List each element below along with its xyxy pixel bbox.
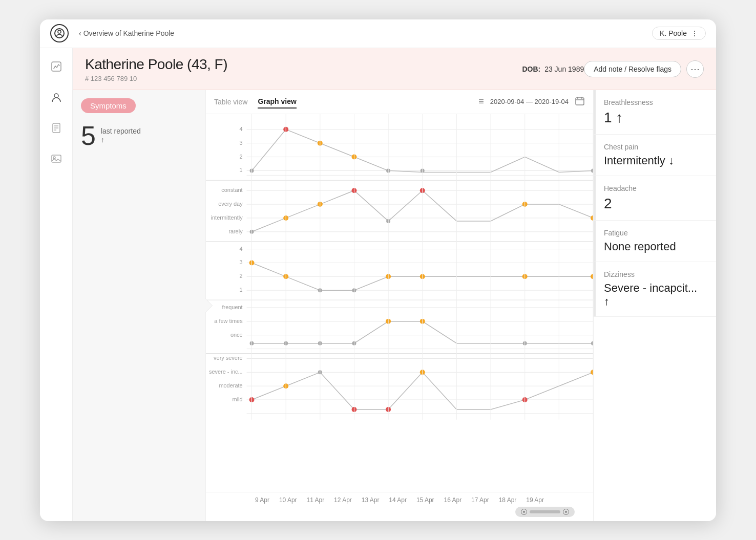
svg-text:moderate: moderate <box>219 382 242 388</box>
sidebar-person-icon[interactable] <box>46 87 67 107</box>
svg-text:4: 4 <box>240 125 243 132</box>
right-panel-chest-pain: Chest pain Intermitently ↓ <box>594 135 716 176</box>
fatigue-value: None reported <box>604 240 706 253</box>
headache-value: 2 <box>604 196 706 212</box>
svg-text:3: 3 <box>240 259 243 265</box>
main-layout: Katherine Poole (43, F) # 123 456 789 10… <box>40 48 716 521</box>
svg-text:very severe: very severe <box>214 355 243 361</box>
x-axis-label: 12 Apr <box>334 496 352 504</box>
right-panel-breathlessness: Breathlessness 1 ↑ <box>594 90 716 135</box>
dizziness-label: Dizziness <box>604 270 706 278</box>
chart-toolbar: Table view Graph view ≡ 2020-09-04 — 202… <box>206 90 593 114</box>
chest-pain-value: Intermitently ↓ <box>604 154 706 167</box>
symptoms-count-label: last reported <box>101 127 141 135</box>
svg-text:intermittently: intermittently <box>211 214 243 220</box>
svg-text:severe - inc...: severe - inc... <box>209 369 243 375</box>
patient-actions: Add note / Resolve flags ⋯ <box>584 60 704 78</box>
x-axis-label: 17 Apr <box>471 496 489 504</box>
chart-menu-icon[interactable]: ≡ <box>478 96 484 107</box>
x-axis-label: 16 Apr <box>444 496 461 504</box>
chart-area: Table view Graph view ≡ 2020-09-04 — 202… <box>206 90 593 521</box>
graph-view-tab[interactable]: Graph view <box>258 95 296 109</box>
user-section: K. Poole ⋮ <box>652 27 706 40</box>
right-panel-dizziness: Dizziness Severe - incapcit... ↑ <box>594 262 716 317</box>
user-badge[interactable]: K. Poole ⋮ <box>652 27 706 40</box>
back-button[interactable]: ‹ Overview of Katherine Poole <box>79 29 174 37</box>
body-layout: Symptoms 5 last reported ↑ Table view <box>73 90 716 521</box>
x-axis-label: 14 Apr <box>389 496 407 504</box>
more-actions-button[interactable]: ⋯ <box>686 60 704 78</box>
x-axis-label: 9 Apr <box>255 496 269 504</box>
dizziness-value: Severe - incapcit... ↑ <box>604 282 706 308</box>
sidebar-image-icon[interactable] <box>46 148 67 169</box>
patient-info: Katherine Poole (43, F) # 123 456 789 10 <box>85 56 501 82</box>
dot <box>591 274 593 279</box>
dot <box>591 168 593 172</box>
more-dots-icon: ⋮ <box>691 29 698 37</box>
svg-text:once: once <box>230 331 243 337</box>
patient-dob: DOB: 23 Jun 1989 <box>522 65 584 73</box>
app-logo <box>50 24 69 42</box>
right-panel-fatigue: Fatigue None reported <box>594 221 716 262</box>
right-panel: Breathlessness 1 ↑ Chest pain Intermiten… <box>593 90 716 521</box>
svg-text:every day: every day <box>218 201 243 207</box>
x-axis-label: 15 Apr <box>416 496 434 504</box>
add-note-button[interactable]: Add note / Resolve flags <box>584 61 681 77</box>
svg-text:1: 1 <box>240 287 243 293</box>
breadcrumb-label: Overview of Katherine Poole <box>83 29 174 37</box>
sidebar-notes-icon[interactable] <box>46 118 67 138</box>
chart-toolbar-right: ≡ 2020-09-04 — 2020-19-04 <box>478 96 585 108</box>
content-area: Katherine Poole (43, F) # 123 456 789 10… <box>73 48 716 521</box>
calendar-icon[interactable] <box>575 96 585 108</box>
dot <box>591 370 593 375</box>
svg-text:constant: constant <box>221 187 242 193</box>
svg-text:2: 2 <box>240 153 243 159</box>
breadcrumb[interactable]: ‹ Overview of Katherine Poole <box>79 29 652 37</box>
chart-content: 4 3 2 1 <box>206 114 593 492</box>
svg-rect-8 <box>52 155 61 162</box>
sidebar-chart-icon[interactable] <box>46 56 67 77</box>
x-axis-label: 11 Apr <box>307 496 325 504</box>
svg-text:a few times: a few times <box>214 317 243 323</box>
svg-point-3 <box>54 94 58 98</box>
patient-name: Katherine Poole (43, F) <box>85 56 501 73</box>
dob-label: DOB: <box>522 65 540 73</box>
top-bar: ‹ Overview of Katherine Poole K. Poole ⋮ <box>40 19 716 48</box>
back-chevron-icon: ‹ <box>79 29 81 37</box>
x-axis-label: 18 Apr <box>499 496 517 504</box>
svg-text:2: 2 <box>240 273 243 279</box>
breathlessness-value: 1 ↑ <box>604 110 706 126</box>
table-view-tab[interactable]: Table view <box>214 96 247 108</box>
breathlessness-label: Breathlessness <box>604 98 706 106</box>
chest-pain-label: Chest pain <box>604 143 706 151</box>
dot <box>591 215 593 220</box>
chart-svg: 4 3 2 1 <box>206 114 593 445</box>
svg-text:4: 4 <box>240 245 243 251</box>
svg-text:rarely: rarely <box>228 228 243 234</box>
svg-rect-10 <box>576 98 584 105</box>
symptoms-panel: Symptoms 5 last reported ↑ <box>73 90 206 521</box>
x-axis-label: 10 Apr <box>279 496 297 504</box>
symptoms-trend-icon: ↑ <box>101 136 104 144</box>
right-panel-headache: Headache 2 <box>594 176 716 221</box>
patient-header: Katherine Poole (43, F) # 123 456 789 10… <box>73 48 716 90</box>
svg-text:mild: mild <box>233 396 243 402</box>
symptoms-count-number: 5 <box>81 122 96 149</box>
svg-point-1 <box>58 30 61 33</box>
chart-bottom: 9 Apr 10 Apr 11 Apr 12 Apr 13 Apr 14 Apr… <box>206 492 593 521</box>
svg-text:3: 3 <box>240 139 243 145</box>
svg-text:frequent: frequent <box>222 304 242 310</box>
svg-text:1: 1 <box>240 167 243 173</box>
symptoms-tag[interactable]: Symptoms <box>81 98 136 113</box>
app-window: ‹ Overview of Katherine Poole K. Poole ⋮ <box>40 19 716 521</box>
fatigue-label: Fatigue <box>604 229 706 237</box>
user-name: K. Poole <box>660 29 687 37</box>
symptoms-count: 5 last reported ↑ <box>81 122 197 149</box>
dob-value: 23 Jun 1989 <box>544 65 584 73</box>
headache-label: Headache <box>604 184 706 192</box>
dot <box>591 341 593 345</box>
x-axis-label: 13 Apr <box>362 496 380 504</box>
date-range: 2020-09-04 — 2020-19-04 <box>490 98 569 105</box>
x-axis-label: 19 Apr <box>526 496 544 504</box>
sidebar-icons <box>40 48 73 521</box>
